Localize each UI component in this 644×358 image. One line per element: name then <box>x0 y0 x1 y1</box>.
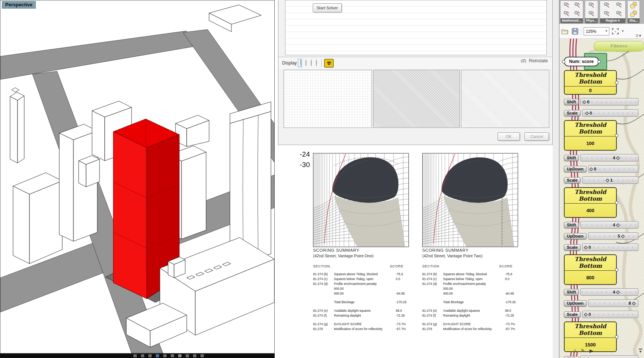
slider-diamond-icon[interactable]: ◇ <box>632 301 635 305</box>
edit-icon[interactable]: ✎ <box>581 348 585 354</box>
chevron-down-icon[interactable]: ▼ <box>621 29 624 33</box>
taskbar-icon[interactable] <box>201 354 204 357</box>
slider-diamond-icon[interactable]: ◇ <box>606 178 609 182</box>
slider-grip[interactable]: 4◇ <box>613 223 619 227</box>
gh-tool-icon[interactable] <box>616 2 622 9</box>
slider-scale[interactable]: Scale◇0 <box>564 310 638 318</box>
gh-toolbar-group[interactable]: Sha... <box>627 0 640 23</box>
panel-overflow-icon[interactable]: ☰▼ <box>635 34 643 38</box>
taskbar-icon[interactable] <box>186 354 189 357</box>
slider-updown[interactable]: UpDown5◇ <box>564 232 638 240</box>
slider-track[interactable]: 5◇ <box>588 232 638 240</box>
save-icon[interactable] <box>571 28 579 35</box>
layers-dropdown-icon[interactable]: ▼ <box>639 349 642 354</box>
slider-diamond-icon[interactable]: ◇ <box>584 245 587 249</box>
slider-scale[interactable]: Scale◇1 <box>564 176 638 184</box>
taskbar-icon[interactable] <box>156 354 159 357</box>
slider-diamond-icon[interactable]: ◇ <box>621 234 625 238</box>
gh-shape-icon[interactable] <box>630 1 637 9</box>
slider-scale[interactable]: Scale◇0 <box>564 243 638 251</box>
reinstate-button[interactable]: Reinstate <box>520 58 548 63</box>
slider-shift[interactable]: Shift4◇ <box>564 288 638 296</box>
gh-toolbar-group[interactable]: Phys... <box>585 0 598 23</box>
gh-tool-icon[interactable] <box>616 10 622 17</box>
slider-diamond-icon[interactable]: ◇ <box>616 156 620 160</box>
slider-track[interactable]: ◇0 <box>580 98 638 106</box>
slider-track[interactable]: 4◇ <box>580 154 638 161</box>
display-some-icon[interactable] <box>308 59 312 67</box>
slider-grip[interactable]: ◇0 <box>589 167 596 171</box>
slider-diamond-icon[interactable]: ◇ <box>589 167 593 171</box>
threshold-panel[interactable]: Threshold Bottom0 <box>564 70 617 95</box>
slider-grip[interactable]: ◇0 <box>583 357 589 358</box>
slider-diamond-icon[interactable]: ◇ <box>584 313 587 316</box>
start-solver-button[interactable]: Start Solver <box>313 3 342 12</box>
slider-grip[interactable]: ◇0 <box>584 312 591 317</box>
slider-track[interactable]: ◇0 <box>582 311 638 318</box>
gh-toolbar-group[interactable]: Mathemati... <box>560 0 583 23</box>
slider-diamond-icon[interactable]: ◇ <box>585 111 588 115</box>
slider-track[interactable]: ◇0 <box>582 244 638 251</box>
slider-track[interactable]: ◇0 <box>588 165 638 173</box>
gh-tool-icon[interactable] <box>603 10 610 17</box>
zoom-extents-icon[interactable]: x <box>612 28 619 35</box>
slider-shift[interactable]: Shift◇0 <box>564 98 638 106</box>
threshold-panel[interactable]: Threshold Bottom400 <box>564 187 617 218</box>
slider-shift[interactable]: Shift◇0 <box>564 355 638 358</box>
display-min-icon[interactable] <box>313 59 318 67</box>
slider-diamond-icon[interactable]: ◇ <box>616 223 620 227</box>
gh-tool-icon[interactable] <box>574 10 581 17</box>
gh-tool-icon[interactable] <box>574 2 581 9</box>
note-icon[interactable]: ♫ <box>573 348 577 354</box>
viewport-perspective-tab[interactable]: Perspective <box>2 1 36 9</box>
slider-shift[interactable]: Shift4◇ <box>564 221 638 229</box>
slider-track[interactable]: 8◇ <box>588 299 638 307</box>
threshold-panel[interactable]: Threshold Bottom100 <box>564 120 617 151</box>
slider-shift[interactable]: Shift4◇ <box>564 154 638 162</box>
gh-tool-icon[interactable] <box>588 2 595 9</box>
hazard-icon[interactable]: ☢ <box>324 59 334 67</box>
gh-canvas[interactable]: Fitness Num: score Threshold Bottom0Shif… <box>559 39 644 358</box>
taskbar-icon[interactable] <box>193 354 196 357</box>
open-file-icon[interactable] <box>561 28 569 35</box>
slider-grip[interactable]: ◇0 <box>583 100 589 104</box>
slider-grip[interactable]: 4◇ <box>613 156 619 160</box>
gh-shape-icon[interactable] <box>630 10 637 18</box>
fitness-component[interactable]: Fitness <box>594 41 644 51</box>
zoom-level-select[interactable]: 125% ▼ <box>584 27 609 35</box>
slider-track[interactable]: ◇0 <box>582 109 638 117</box>
slider-track[interactable]: 4◇ <box>580 288 638 296</box>
slider-updown[interactable]: UpDown◇0 <box>564 165 638 173</box>
slider-grip[interactable]: 8◇ <box>629 301 635 305</box>
taskbar-icon[interactable] <box>148 354 152 357</box>
taskbar-icon[interactable] <box>178 354 181 357</box>
threshold-panel[interactable]: Threshold Bottom1500 <box>564 321 617 352</box>
gh-tool-icon[interactable] <box>563 10 570 17</box>
taskbar-icon[interactable] <box>133 354 137 357</box>
gh-toolbar-group[interactable]: Region ▾ <box>600 0 626 23</box>
slider-grip[interactable]: ◇0 <box>585 111 592 115</box>
display-most-icon[interactable] <box>303 59 307 67</box>
slider-grip[interactable]: 4◇ <box>613 290 619 294</box>
taskbar-icon[interactable] <box>171 354 174 357</box>
slider-scale[interactable]: Scale◇0 <box>564 109 638 117</box>
gh-tool-icon[interactable] <box>603 2 610 9</box>
ok-button[interactable]: OK <box>498 132 520 141</box>
taskbar-icon[interactable] <box>163 354 167 357</box>
threshold-panel[interactable]: Threshold Bottom800 <box>564 254 617 285</box>
play-icon[interactable]: ▶ <box>590 348 593 354</box>
slider-track[interactable]: ◇1 <box>582 176 638 184</box>
display-full-icon[interactable] <box>298 59 302 67</box>
slider-track[interactable]: ◇0 <box>580 355 638 358</box>
3d-viewport[interactable]: Perspective <box>0 0 275 354</box>
slider-grip[interactable]: 5◇ <box>618 234 624 238</box>
score-pill[interactable]: Num: score <box>564 57 599 66</box>
slider-track[interactable]: 4◇ <box>580 221 638 229</box>
gh-tool-icon[interactable] <box>563 2 570 9</box>
taskbar-icon[interactable] <box>141 354 144 357</box>
slider-diamond-icon[interactable]: ◇ <box>583 100 586 104</box>
slider-grip[interactable]: ◇1 <box>606 178 612 182</box>
score-parameter[interactable]: Num: score <box>564 57 638 66</box>
slider-updown[interactable]: UpDown8◇ <box>564 299 638 307</box>
slider-grip[interactable]: ◇0 <box>584 245 591 249</box>
